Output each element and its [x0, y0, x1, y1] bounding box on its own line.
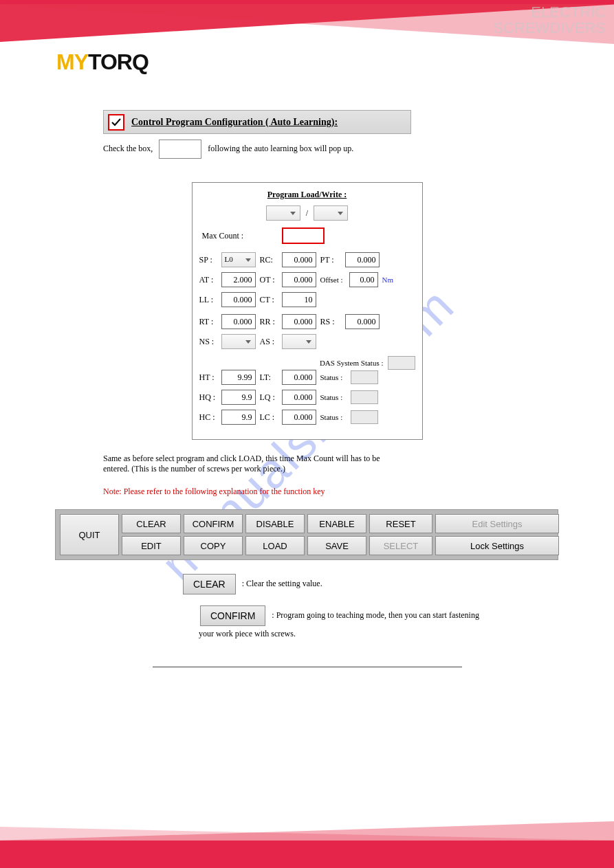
- ns-label: NS :: [199, 337, 219, 347]
- footer-triangle-left: [0, 827, 614, 841]
- ht-label: HT :: [199, 372, 219, 383]
- row-ll-ct: LL :0.000 CT :10: [199, 292, 415, 307]
- rs-input[interactable]: 0.000: [345, 314, 380, 329]
- confirm-explain-row: CONFIRM : Program going to teaching mode…: [196, 604, 559, 639]
- note-text: Note: Please refer to the following expl…: [103, 487, 325, 496]
- ct-label: CT :: [260, 295, 279, 305]
- slash: /: [306, 208, 308, 219]
- select-button[interactable]: SELECT: [369, 536, 432, 555]
- confirm-button[interactable]: CONFIRM: [184, 514, 243, 533]
- rc-input[interactable]: 0.000: [282, 252, 316, 267]
- hr: [153, 667, 462, 667]
- row-hc-lc-status: HC :9.9 LC :0.000 Status :: [199, 410, 415, 425]
- hc-label: HC :: [199, 412, 219, 423]
- enable-button[interactable]: ENABLE: [307, 514, 366, 533]
- ht-input[interactable]: 9.99: [221, 370, 256, 385]
- hq-label: HQ :: [199, 392, 219, 403]
- edit-settings-button[interactable]: Edit Settings: [435, 514, 559, 533]
- section-title-bar: Control Program Configuration ( Auto Lea…: [103, 110, 411, 134]
- copy-button[interactable]: COPY: [184, 536, 243, 555]
- checkbox-icon[interactable]: [108, 114, 124, 131]
- rs-label: RS :: [320, 317, 342, 327]
- sp-label: SP :: [199, 255, 219, 265]
- rr-input[interactable]: 0.000: [282, 314, 316, 329]
- confirm-explain: : Program going to teaching mode, then y…: [272, 610, 479, 620]
- row-hq-lq-status: HQ :9.9 LQ :0.000 Status :: [199, 390, 415, 405]
- para2-line1: Same as before select program and click …: [103, 454, 559, 464]
- disable-button[interactable]: DISABLE: [245, 514, 305, 533]
- logo-torq: TORQ: [88, 49, 149, 74]
- ll-input[interactable]: 0.000: [221, 292, 256, 307]
- rt-label: RT :: [199, 317, 219, 327]
- status-label-2: Status :: [320, 393, 348, 401]
- page-content: Control Program Configuration ( Auto Lea…: [0, 110, 614, 667]
- row-ns-as: NS : AS :: [199, 334, 415, 349]
- function-key-bar: CLEAR CONFIRM DISABLE ENABLE RESET QUIT …: [55, 509, 558, 560]
- program-panel: Program Load/Write : / Max Count : SP :L…: [192, 182, 423, 440]
- das-status-header: DAS System Status :: [199, 356, 415, 370]
- product-line-2: SCREWDIVERS: [493, 20, 606, 36]
- lc-label: LC :: [260, 412, 279, 423]
- lq-label: LQ :: [260, 392, 279, 403]
- row-ht-lt-status: HT :9.99 LT:0.000 Status :: [199, 370, 415, 385]
- rc-label: RC:: [260, 255, 279, 265]
- status-box-3: [351, 410, 378, 424]
- inline-box-placeholder: [159, 140, 201, 159]
- pt-input[interactable]: 0.000: [345, 252, 380, 267]
- max-count-row: Max Count :: [202, 227, 415, 244]
- offset-label: Offset :: [320, 276, 347, 284]
- lt-input[interactable]: 0.000: [282, 370, 316, 385]
- load-button[interactable]: LOAD: [245, 536, 305, 555]
- confirm-explain-2: your work piece with screws.: [199, 629, 559, 639]
- ns-select[interactable]: [221, 334, 256, 349]
- max-count-label: Max Count :: [202, 231, 244, 241]
- logo-my: MY: [56, 49, 88, 74]
- das-status-box: [388, 356, 415, 370]
- row-at-ot-offset: AT :2.000 OT :0.000 Offset :0.00 Nm: [199, 272, 415, 287]
- ot-input[interactable]: 0.000: [282, 272, 316, 287]
- lc-input[interactable]: 0.000: [282, 410, 316, 425]
- row-rt-rr-rs: RT :0.000 RR :0.000 RS :0.000: [199, 314, 415, 329]
- ct-input[interactable]: 10: [282, 292, 316, 307]
- load-write-selectors: /: [199, 205, 415, 221]
- das-label: DAS System Status :: [320, 359, 384, 367]
- edit-button[interactable]: EDIT: [122, 536, 181, 555]
- status-label-1: Status :: [320, 373, 348, 381]
- offset-input[interactable]: 0.00: [349, 272, 378, 287]
- load-select[interactable]: [266, 205, 300, 221]
- para2-line2: entered. (This is the number of screws p…: [103, 464, 559, 474]
- status-box-2: [351, 390, 378, 404]
- section-title-label: Control Program Configuration ( Auto Lea…: [131, 117, 338, 128]
- product-line-1: ELECTRIC: [493, 4, 606, 20]
- as-select[interactable]: [282, 334, 316, 349]
- rt-input[interactable]: 0.000: [221, 314, 256, 329]
- reset-button[interactable]: RESET: [369, 514, 432, 533]
- ll-label: LL :: [199, 295, 219, 305]
- lock-settings-button[interactable]: Lock Settings: [435, 536, 559, 555]
- at-label: AT :: [199, 275, 219, 285]
- section-desc: Check the box, following the auto learni…: [103, 140, 559, 159]
- hc-input[interactable]: 9.9: [221, 410, 256, 425]
- clear-button[interactable]: CLEAR: [122, 514, 181, 533]
- desc-pre: Check the box,: [103, 144, 153, 153]
- write-select[interactable]: [314, 205, 348, 221]
- at-input[interactable]: 2.000: [221, 272, 256, 287]
- clear-explain-row: CLEAR : Clear the setting value.: [179, 572, 559, 596]
- status-label-3: Status :: [320, 413, 348, 421]
- lt-label: LT:: [260, 372, 279, 383]
- unit-nm: Nm: [382, 276, 394, 284]
- pt-label: PT :: [320, 255, 342, 265]
- clear-explain: : Clear the setting value.: [242, 579, 322, 588]
- clear-inline-button[interactable]: CLEAR: [183, 574, 236, 594]
- sp-select[interactable]: L0: [221, 252, 256, 267]
- max-count-input[interactable]: [282, 227, 325, 244]
- lq-input[interactable]: 0.000: [282, 390, 316, 405]
- save-button[interactable]: SAVE: [307, 536, 366, 555]
- quit-button[interactable]: QUIT: [60, 514, 119, 555]
- ot-label: OT :: [260, 275, 279, 285]
- hq-input[interactable]: 9.9: [221, 390, 256, 405]
- confirm-inline-button[interactable]: CONFIRM: [200, 605, 265, 626]
- panel-title: Program Load/Write :: [199, 190, 415, 200]
- rr-label: RR :: [260, 317, 279, 327]
- status-box-1: [351, 370, 378, 384]
